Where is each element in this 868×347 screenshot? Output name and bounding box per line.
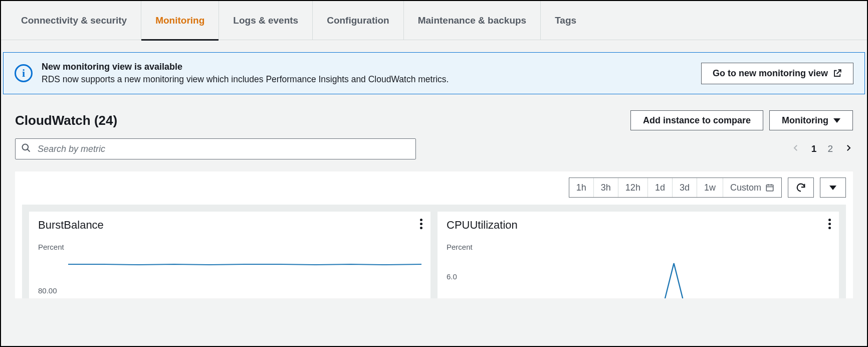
chart-row: BurstBalance Percent 80.00 CPUUtilizatio… xyxy=(22,205,846,298)
button-label: Go to new monitoring view xyxy=(713,68,828,79)
caret-down-icon xyxy=(829,186,836,190)
info-icon: i xyxy=(15,64,33,82)
search-wrap xyxy=(15,138,416,159)
monitoring-dropdown-button[interactable]: Monitoring xyxy=(769,110,853,130)
chart-unit: Percent xyxy=(38,243,421,251)
tab-label: Configuration xyxy=(327,15,389,26)
tab-logs-events[interactable]: Logs & events xyxy=(219,1,313,40)
time-3h[interactable]: 3h xyxy=(594,178,618,197)
time-12h[interactable]: 12h xyxy=(618,178,648,197)
chart-menu-button[interactable] xyxy=(828,219,831,229)
caret-down-icon xyxy=(833,118,840,123)
chart-card-burstbalance: BurstBalance Percent 80.00 xyxy=(29,212,430,298)
tabs-bar: Connectivity & security Monitoring Logs … xyxy=(1,1,867,40)
chart-line xyxy=(477,258,830,298)
y-tick-label: 6.0 xyxy=(447,272,457,281)
actions-dropdown-button[interactable] xyxy=(820,178,846,198)
time-1w[interactable]: 1w xyxy=(697,178,723,197)
chart-title: CPUUtilization xyxy=(447,219,830,232)
time-3d[interactable]: 3d xyxy=(673,178,697,197)
kebab-icon xyxy=(420,219,422,229)
svg-point-0 xyxy=(23,144,29,150)
tab-connectivity-security[interactable]: Connectivity & security xyxy=(7,1,141,40)
time-label: 3h xyxy=(601,183,611,193)
banner-title: New monitoring view is available xyxy=(42,62,692,72)
time-range-bar: 1h 3h 12h 1d 3d 1w Custom xyxy=(22,178,846,198)
section-title: CloudWatch (24) xyxy=(15,113,117,128)
tab-label: Logs & events xyxy=(233,15,298,26)
page-2[interactable]: 2 xyxy=(827,143,833,154)
add-instance-to-compare-button[interactable]: Add instance to compare xyxy=(630,110,763,130)
chart-title: BurstBalance xyxy=(38,219,421,232)
go-to-new-monitoring-view-button[interactable]: Go to new monitoring view xyxy=(701,63,853,84)
refresh-button[interactable] xyxy=(788,178,814,198)
page-1[interactable]: 1 xyxy=(811,143,817,154)
time-label: 1w xyxy=(704,183,716,193)
time-1h[interactable]: 1h xyxy=(569,178,594,197)
external-link-icon xyxy=(833,69,842,78)
tab-configuration[interactable]: Configuration xyxy=(313,1,404,40)
tab-label: Connectivity & security xyxy=(21,15,127,26)
time-label: 12h xyxy=(625,183,640,193)
section-header: CloudWatch (24) Add instance to compare … xyxy=(1,94,867,135)
chart-card-cpuutilization: CPUUtilization Percent 6.0 xyxy=(438,212,839,298)
tab-label: Monitoring xyxy=(155,15,204,26)
time-label: 1h xyxy=(576,183,586,193)
time-label: 1d xyxy=(655,183,665,193)
tab-label: Tags xyxy=(555,15,576,26)
kebab-icon xyxy=(828,219,831,229)
search-input[interactable] xyxy=(15,138,416,159)
paginator: 1 2 xyxy=(791,143,853,155)
button-label: Monitoring xyxy=(782,115,828,126)
svg-rect-1 xyxy=(766,185,773,191)
prev-page-button[interactable] xyxy=(791,143,800,155)
time-1d[interactable]: 1d xyxy=(648,178,673,197)
time-custom[interactable]: Custom xyxy=(723,178,781,197)
chart-menu-button[interactable] xyxy=(420,219,422,229)
banner-description: RDS now supports a new monitoring view w… xyxy=(42,74,692,85)
time-range-group: 1h 3h 12h 1d 3d 1w Custom xyxy=(569,178,782,198)
search-icon xyxy=(21,143,31,155)
chart-body: 80.00 xyxy=(38,258,421,298)
header-actions: Add instance to compare Monitoring xyxy=(630,110,853,130)
tab-label: Maintenance & backups xyxy=(418,15,526,26)
next-page-button[interactable] xyxy=(844,143,853,155)
chart-unit: Percent xyxy=(447,243,830,251)
info-banner: i New monitoring view is available RDS n… xyxy=(3,52,865,94)
button-label: Add instance to compare xyxy=(643,115,751,126)
calendar-icon xyxy=(765,183,774,192)
chart-body: 6.0 xyxy=(447,258,830,298)
y-tick-label: 80.00 xyxy=(38,286,57,295)
tab-tags[interactable]: Tags xyxy=(541,1,590,40)
metrics-panel: 1h 3h 12h 1d 3d 1w Custom xyxy=(15,171,853,298)
chart-line xyxy=(68,258,421,298)
time-label: 3d xyxy=(680,183,690,193)
tab-monitoring[interactable]: Monitoring xyxy=(141,1,219,40)
time-label: Custom xyxy=(730,183,761,193)
banner-text: New monitoring view is available RDS now… xyxy=(42,62,692,85)
tools-row: 1 2 xyxy=(1,135,867,165)
tab-maintenance-backups[interactable]: Maintenance & backups xyxy=(404,1,541,40)
